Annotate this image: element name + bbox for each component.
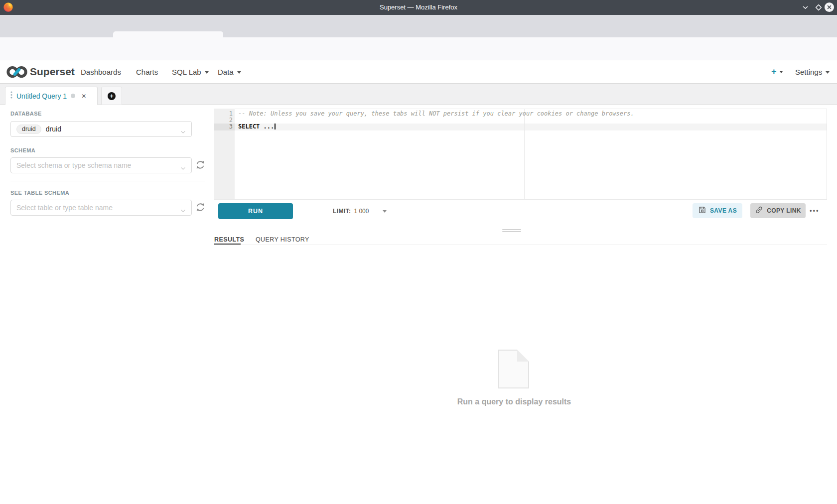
nav-charts[interactable]: Charts [136, 60, 158, 83]
plus-icon: + [771, 67, 777, 77]
unsaved-indicator-dot [71, 94, 75, 98]
database-value: druid [46, 125, 61, 133]
limit-dropdown[interactable]: LIMIT: 1 000 [333, 203, 387, 219]
chevron-down-icon [180, 163, 186, 172]
nav-sql-lab[interactable]: SQL Lab [172, 60, 209, 83]
chevron-down-icon [180, 127, 186, 136]
window-titlebar: Superset — Mozilla Firefox [0, 0, 837, 15]
query-tabstrip: Untitled Query 1 ✕ + [0, 84, 837, 105]
window-maximize-icon[interactable] [815, 4, 822, 13]
save-icon [698, 206, 706, 216]
table-placeholder: Select table or type table name [16, 204, 113, 212]
superset-header: Superset Dashboards Charts SQL Lab Data … [0, 60, 837, 84]
refresh-table-icon[interactable] [195, 202, 205, 212]
query-tab-label: Untitled Query 1 [16, 92, 67, 100]
browser-navbar: ← → 172.18.0.4:32251/superset/sqllab/ [0, 37, 837, 60]
chevron-down-icon [383, 210, 387, 213]
empty-results-message: Run a query to display results [415, 397, 614, 406]
superset-logo-icon[interactable] [6, 65, 28, 81]
empty-document-icon [498, 350, 529, 388]
chevron-down-icon [826, 71, 830, 74]
limit-value: 1 000 [354, 208, 369, 215]
active-line-highlight [235, 124, 827, 130]
browser-tabstrip: Apache Druid ✕ Superset ✕ + [0, 15, 837, 37]
chevron-down-icon [205, 71, 209, 74]
tab-query-history[interactable]: QUERY HISTORY [256, 236, 309, 243]
refresh-schema-icon[interactable] [195, 160, 205, 170]
settings-menu[interactable]: Settings [795, 60, 830, 83]
window-title: Superset — Mozilla Firefox [0, 0, 837, 15]
schema-label: SCHEMA [10, 147, 35, 153]
chevron-down-icon [180, 206, 186, 215]
sql-code-line: SELECT ... [238, 124, 276, 130]
schema-select[interactable]: Select schema or type schema name [10, 157, 192, 173]
chevron-down-icon [780, 71, 783, 73]
window-minimize-icon[interactable] [802, 4, 809, 13]
brand-name: Superset [30, 60, 75, 83]
sql-comment-line: -- Note: Unless you save your query, the… [238, 111, 634, 118]
link-icon [755, 206, 763, 216]
copy-link-button[interactable]: COPY LINK [750, 203, 806, 218]
more-options-icon[interactable]: ••• [810, 203, 820, 218]
sidebar-divider [10, 181, 205, 181]
table-schema-label: SEE TABLE SCHEMA [10, 190, 69, 196]
line-number: 3 [214, 124, 233, 130]
firefox-window: Superset — Mozilla Firefox Apache Druid … [0, 0, 837, 504]
query-tab-active[interactable]: Untitled Query 1 ✕ [5, 87, 98, 105]
nav-data[interactable]: Data [218, 60, 241, 83]
window-close-icon[interactable] [824, 2, 835, 14]
tabs-border [214, 245, 827, 245]
save-as-button[interactable]: SAVE AS [693, 203, 742, 218]
database-tag: druid [16, 125, 41, 134]
run-button[interactable]: RUN [218, 203, 293, 219]
schema-placeholder: Select schema or type schema name [16, 161, 131, 169]
new-item-button[interactable]: + [771, 60, 783, 83]
nav-dashboards[interactable]: Dashboards [81, 60, 121, 83]
text-cursor [275, 124, 276, 129]
print-margin-line [524, 109, 525, 199]
close-icon[interactable]: ✕ [81, 93, 86, 100]
tab-results[interactable]: RESULTS [214, 236, 244, 243]
pane-resize-handle[interactable] [502, 229, 521, 233]
plus-circle-icon: + [108, 92, 116, 100]
chevron-down-icon [237, 71, 241, 74]
database-label: DATABASE [10, 111, 42, 117]
sql-editor[interactable] [214, 109, 827, 199]
table-select[interactable]: Select table or type table name [10, 200, 192, 216]
drag-handle-icon[interactable] [10, 91, 12, 101]
add-query-tab-button[interactable]: + [101, 87, 122, 105]
database-select[interactable]: druid druid [10, 121, 192, 137]
